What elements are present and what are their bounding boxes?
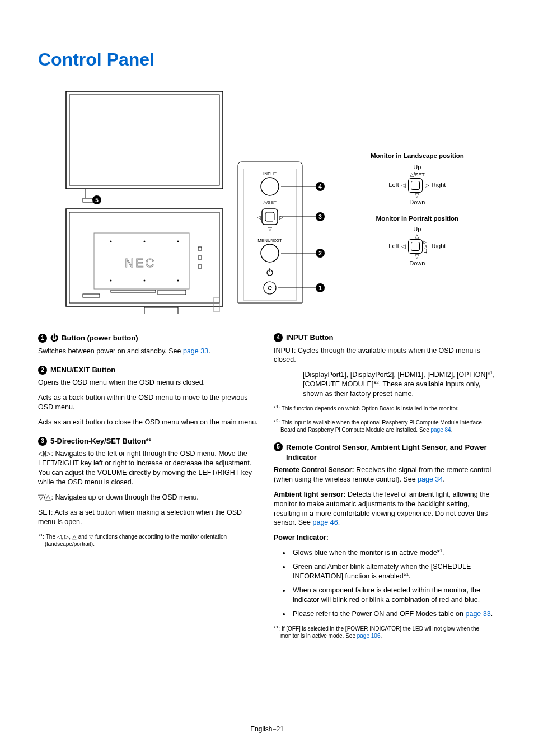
link-page-33[interactable]: page 33 <box>183 347 208 355</box>
svg-rect-20 <box>83 294 100 297</box>
link-page-84[interactable]: page 84 <box>430 427 451 433</box>
svg-text:MENU/EXIT: MENU/EXIT <box>257 238 282 243</box>
svg-rect-17 <box>198 265 202 268</box>
svg-point-14 <box>177 280 179 282</box>
badge-5-icon: 5 <box>274 442 283 451</box>
link-page-106[interactable]: page 106 <box>357 633 381 639</box>
orientation-diagrams: Monitor in Landscape position Up △/SET L… <box>359 90 464 276</box>
svg-text:5: 5 <box>95 197 99 203</box>
right-column: 4 INPUT Button INPUT: Cycles through the… <box>274 333 496 648</box>
badge-2-icon: 2 <box>38 366 47 375</box>
badge-4-icon: 4 <box>274 333 283 342</box>
section-5direction: 3 5-Direction-Key/SET Button*1 ◁/▷: Navi… <box>38 436 260 548</box>
svg-text:INPUT: INPUT <box>263 171 277 176</box>
landscape-guide: Monitor in Landscape position Up △/SET L… <box>371 152 464 206</box>
svg-text:1: 1 <box>318 285 322 291</box>
svg-rect-22 <box>144 307 178 314</box>
diagram-row: 5 NEC INPUT <box>38 90 496 317</box>
link-page-33b[interactable]: page 33 <box>465 610 490 618</box>
badge-1-icon: 1 <box>38 334 47 343</box>
svg-rect-30 <box>262 209 278 225</box>
svg-point-46 <box>268 286 271 290</box>
monitor-diagram: 5 NEC <box>38 90 228 317</box>
svg-rect-15 <box>198 247 202 250</box>
svg-text:△/SET: △/SET <box>263 200 277 205</box>
svg-rect-1 <box>69 95 219 185</box>
svg-text:NEC: NEC <box>125 256 156 270</box>
page-title: Control Panel <box>38 48 496 74</box>
svg-text:◁: ◁ <box>257 214 261 220</box>
svg-rect-19 <box>111 290 156 292</box>
button-strip-diagram: INPUT 4 △/SET ◁ ▷ ▽ 3 MENU/EXIT 2 <box>235 90 353 317</box>
svg-rect-23 <box>214 297 219 312</box>
svg-point-13 <box>144 280 146 282</box>
svg-rect-0 <box>66 91 223 189</box>
svg-point-39 <box>261 244 279 262</box>
svg-rect-31 <box>265 212 274 221</box>
svg-point-11 <box>177 241 179 242</box>
svg-text:▷: ▷ <box>279 214 283 220</box>
power-icon: ⏻ <box>50 333 58 343</box>
footnote-3: *1: The ◁, ▷, △ and ▽ functions change a… <box>38 533 260 548</box>
section-menu-exit: 2 MENU/EXIT Button Opens the OSD menu wh… <box>38 365 260 427</box>
svg-point-25 <box>261 178 279 195</box>
page-footer: English−21 <box>0 725 534 734</box>
svg-rect-18 <box>158 290 186 295</box>
svg-point-9 <box>110 241 112 242</box>
section-input-button: 4 INPUT Button INPUT: Cycles through the… <box>274 333 496 433</box>
svg-rect-16 <box>198 256 202 259</box>
svg-text:▽: ▽ <box>268 226 272 232</box>
svg-text:2: 2 <box>318 250 322 256</box>
badge-3-icon: 3 <box>38 437 47 446</box>
svg-text:3: 3 <box>318 214 322 220</box>
portrait-guide: Monitor in Portrait position Up △ Left◁ … <box>371 214 464 268</box>
svg-point-45 <box>264 282 276 294</box>
svg-point-10 <box>144 241 146 242</box>
svg-point-12 <box>110 280 112 282</box>
svg-text:4: 4 <box>318 184 322 190</box>
power-indicator-list: Glows blue when the monitor is in active… <box>274 548 496 619</box>
section-power-button: 1 ⏻ Button (power button) Switches betwe… <box>38 333 260 356</box>
section-sensors: 5 Remote Control Sensor, Ambient Light S… <box>274 442 496 640</box>
left-column: 1 ⏻ Button (power button) Switches betwe… <box>38 333 260 648</box>
link-page-46[interactable]: page 46 <box>313 519 338 526</box>
link-page-34[interactable]: page 34 <box>418 475 443 483</box>
